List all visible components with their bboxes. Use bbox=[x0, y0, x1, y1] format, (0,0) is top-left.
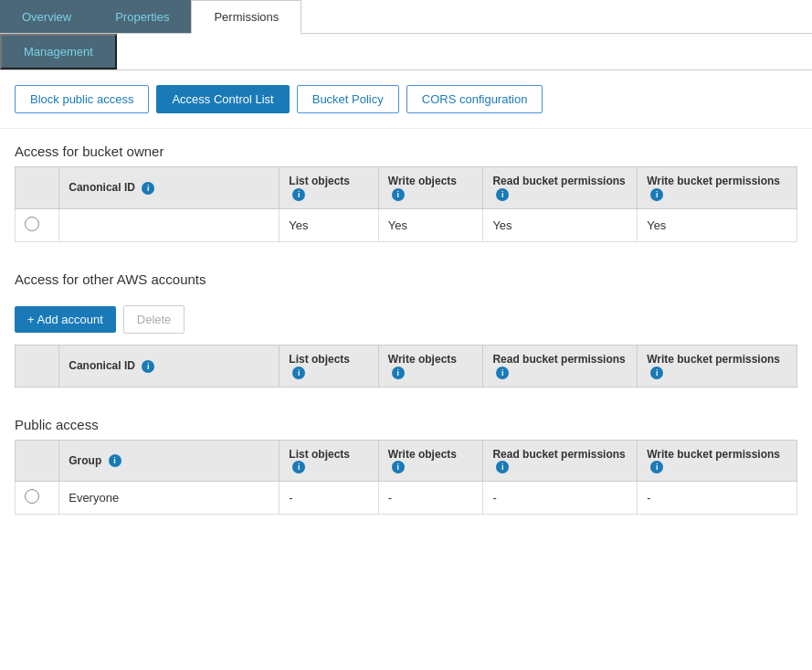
write-bucket-info-icon[interactable]: i bbox=[650, 188, 663, 201]
tab-management[interactable]: Management bbox=[0, 34, 117, 69]
bucket-owner-table: Canonical ID i List objects i Write obje… bbox=[15, 166, 797, 242]
row-read-bucket: - bbox=[483, 482, 638, 515]
public-access-title: Public access bbox=[0, 402, 812, 440]
account-actions: + Add account Delete bbox=[0, 294, 812, 345]
col-list-objects-header: List objects i bbox=[279, 167, 379, 209]
block-public-access-button[interactable]: Block public access bbox=[15, 85, 149, 113]
public-access-table: Group i List objects i Write objects i R… bbox=[15, 440, 797, 516]
other-col-select bbox=[16, 345, 59, 387]
row-write-bucket: Yes bbox=[638, 208, 797, 241]
other-col-write-bucket-header: Write bucket permissions i bbox=[638, 345, 797, 387]
col-read-bucket-header: Read bucket permissions i bbox=[483, 167, 638, 209]
write-objects-info-icon[interactable]: i bbox=[392, 188, 405, 201]
other-col-write-objects-header: Write objects i bbox=[378, 345, 483, 387]
row-radio[interactable] bbox=[16, 208, 59, 241]
row-write-bucket: - bbox=[638, 482, 797, 515]
row-write-objects: Yes bbox=[378, 208, 483, 241]
tab-properties[interactable]: Properties bbox=[93, 0, 191, 33]
other-col-list-objects-header: List objects i bbox=[279, 345, 379, 387]
pub-group-info-icon[interactable]: i bbox=[109, 454, 121, 467]
list-objects-info-icon[interactable]: i bbox=[292, 188, 305, 201]
pub-read-bucket-info-icon[interactable]: i bbox=[496, 461, 509, 473]
other-accounts-title: Access for other AWS accounts bbox=[0, 257, 812, 294]
col-select bbox=[16, 167, 59, 209]
other-accounts-table: Canonical ID i List objects i Write obje… bbox=[15, 345, 797, 388]
other-col-canonical-id-header: Canonical ID i bbox=[59, 345, 279, 387]
perm-nav: Block public access Access Control List … bbox=[0, 70, 812, 129]
row-radio[interactable] bbox=[16, 482, 59, 515]
pub-col-group-header: Group i bbox=[59, 440, 279, 482]
table-row[interactable]: Everyone - - - - bbox=[16, 482, 797, 515]
tab-overview[interactable]: Overview bbox=[0, 0, 93, 33]
other-list-objects-info-icon[interactable]: i bbox=[292, 367, 305, 379]
col-write-bucket-header: Write bucket permissions i bbox=[638, 167, 797, 209]
pub-col-write-bucket-header: Write bucket permissions i bbox=[638, 440, 797, 482]
pub-write-objects-info-icon[interactable]: i bbox=[392, 461, 405, 473]
pub-col-read-bucket-header: Read bucket permissions i bbox=[483, 440, 638, 482]
col-write-objects-header: Write objects i bbox=[378, 167, 483, 209]
row-read-bucket: Yes bbox=[483, 208, 638, 241]
cors-button[interactable]: CORS configuration bbox=[406, 85, 543, 113]
delete-account-button: Delete bbox=[123, 305, 185, 334]
row-list-objects: Yes bbox=[279, 208, 379, 241]
row-group: Everyone bbox=[59, 482, 279, 515]
other-write-bucket-info-icon[interactable]: i bbox=[650, 367, 663, 379]
bucket-policy-button[interactable]: Bucket Policy bbox=[297, 85, 399, 113]
other-write-objects-info-icon[interactable]: i bbox=[392, 367, 405, 379]
top-tabs: Overview Properties Permissions bbox=[0, 0, 812, 34]
other-read-bucket-info-icon[interactable]: i bbox=[496, 367, 509, 379]
row-list-objects: - bbox=[279, 482, 379, 515]
tab-permissions[interactable]: Permissions bbox=[191, 0, 301, 34]
sub-tabs: Management bbox=[0, 34, 812, 70]
col-canonical-id-header: Canonical ID i bbox=[59, 167, 279, 209]
canonical-id-info-icon[interactable]: i bbox=[142, 182, 154, 195]
pub-col-select bbox=[16, 440, 59, 482]
pub-col-list-objects-header: List objects i bbox=[279, 440, 379, 482]
acl-button[interactable]: Access Control List bbox=[156, 85, 289, 113]
other-col-read-bucket-header: Read bucket permissions i bbox=[483, 345, 638, 387]
row-write-objects: - bbox=[378, 482, 483, 515]
row-canonical-id bbox=[59, 208, 279, 241]
other-canonical-id-info-icon[interactable]: i bbox=[142, 360, 154, 373]
add-account-button[interactable]: + Add account bbox=[15, 306, 116, 333]
bucket-owner-title: Access for bucket owner bbox=[0, 129, 812, 166]
read-bucket-info-icon[interactable]: i bbox=[496, 188, 509, 201]
table-row[interactable]: Yes Yes Yes Yes bbox=[16, 208, 797, 241]
pub-write-bucket-info-icon[interactable]: i bbox=[650, 461, 663, 473]
pub-col-write-objects-header: Write objects i bbox=[378, 440, 483, 482]
pub-list-objects-info-icon[interactable]: i bbox=[292, 461, 305, 473]
